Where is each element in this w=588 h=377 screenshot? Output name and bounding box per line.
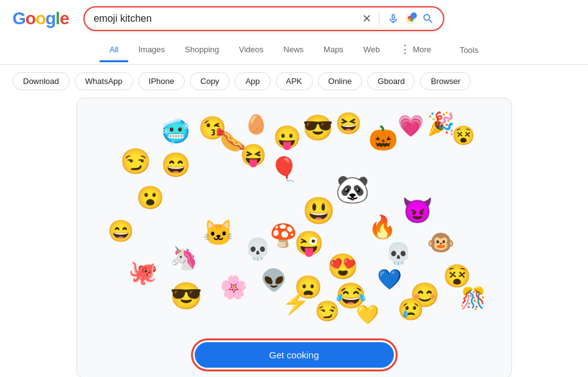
emoji-item: ⚡: [282, 292, 310, 314]
tab-shopping[interactable]: Shopping: [175, 39, 229, 62]
emoji-item: 😢: [398, 299, 424, 320]
emoji-item: 😮: [136, 187, 164, 209]
filter-chip[interactable]: Gboard: [367, 72, 415, 90]
tab-more[interactable]: ⋮ More: [390, 36, 441, 64]
emoji-item: 💛: [356, 305, 379, 324]
emoji-card: 🥶😘🌭🥚😛😎😆🎃💗🎉😵😏😄😝🎈🐱🦄💀🍄😃🐼😜🔥😈💀🐵😍😮😄🐙😎🌸👽😦😂💙😊😵🎊⚡…: [77, 98, 512, 377]
tab-videos[interactable]: Videos: [229, 39, 274, 62]
emoji-item: 👽: [261, 269, 287, 291]
more-icon: ⋮: [399, 42, 411, 56]
emoji-item: 🎊: [460, 287, 486, 309]
emoji-item: 🐱: [203, 220, 234, 245]
main-content: 🥶😘🌭🥚😛😎😆🎃💗🎉😵😏😄😝🎈🐱🦄💀🍄😃🐼😜🔥😈💀🐵😍😮😄🐙😎🌸👽😦😂💙😊😵🎊⚡…: [0, 98, 588, 377]
emoji-item: 😄: [108, 220, 134, 241]
filter-chip[interactable]: Copy: [190, 72, 230, 90]
emoji-item: 😃: [302, 198, 335, 224]
emoji-item: 😝: [240, 144, 266, 165]
emoji-item: 🎉: [427, 113, 455, 135]
tab-web[interactable]: Web: [353, 39, 390, 62]
filter-chip[interactable]: Download: [12, 72, 70, 90]
filter-chip[interactable]: APK: [276, 72, 313, 90]
filter-chip[interactable]: App: [235, 72, 270, 90]
clear-icon[interactable]: ✕: [362, 12, 371, 26]
emoji-item: 😵: [443, 265, 471, 287]
filter-chip[interactable]: IPhone: [138, 72, 185, 90]
emoji-item: 😏: [120, 149, 151, 174]
voice-icon[interactable]: [387, 12, 399, 25]
emoji-item: 🐼: [335, 175, 370, 203]
emoji-scatter: 🥶😘🌭🥚😛😎😆🎃💗🎉😵😏😄😝🎈🐱🦄💀🍄😃🐼😜🔥😈💀🐵😍😮😄🐙😎🌸👽😦😂💙😊😵🎊⚡…: [87, 108, 502, 332]
emoji-item: 😜: [294, 231, 324, 255]
emoji-item: 🦄: [170, 247, 198, 269]
emoji-item: 😎: [170, 283, 202, 309]
filter-chips: DownloadWhatsAppIPhoneCopyAppAPKOnlineGb…: [0, 65, 588, 98]
emoji-item: 😏: [315, 301, 340, 321]
divider: [379, 11, 380, 26]
emoji-item: 🎈: [269, 157, 299, 181]
search-input[interactable]: [93, 13, 357, 24]
emoji-item: 💀: [385, 243, 411, 264]
emoji-item: 😆: [335, 113, 362, 134]
filter-chip[interactable]: Online: [318, 72, 363, 90]
emoji-item: 😎: [302, 115, 334, 140]
tab-all[interactable]: All: [100, 39, 128, 62]
filter-chip[interactable]: WhatsApp: [75, 72, 133, 90]
get-cooking-button[interactable]: Get cooking: [195, 342, 394, 368]
emoji-item: 😵: [452, 126, 475, 145]
emoji-item: 😛: [273, 126, 301, 149]
search-bar: ✕: [83, 6, 444, 31]
emoji-item: 🥚: [245, 115, 268, 134]
tab-images[interactable]: Images: [128, 39, 175, 62]
tools-tab[interactable]: Tools: [450, 39, 488, 61]
lens-icon[interactable]: [404, 12, 417, 25]
emoji-item: 😈: [402, 198, 433, 223]
emoji-item: 🔥: [368, 216, 396, 238]
emoji-item: 🌸: [220, 276, 248, 299]
emoji-item: 💙: [377, 269, 402, 289]
emoji-item: 🍄: [269, 225, 297, 247]
tab-news[interactable]: News: [274, 39, 314, 62]
google-logo[interactable]: Google: [12, 9, 68, 29]
tab-maps[interactable]: Maps: [314, 39, 353, 62]
emoji-item: 🎃: [368, 126, 398, 150]
nav-tabs: All Images Shopping Videos News Maps Web…: [0, 36, 588, 65]
emoji-item: 🐙: [128, 261, 157, 284]
emoji-item: 😄: [161, 153, 190, 177]
emoji-item: 💗: [398, 115, 424, 136]
emoji-item: 💀: [245, 238, 271, 259]
emoji-item: 🐵: [427, 231, 455, 254]
emoji-item: 😍: [327, 254, 358, 279]
filter-chip[interactable]: Browser: [420, 72, 471, 90]
emoji-item: 🥶: [161, 119, 190, 143]
search-submit-icon[interactable]: [422, 12, 434, 25]
header: Google ✕: [0, 0, 588, 31]
